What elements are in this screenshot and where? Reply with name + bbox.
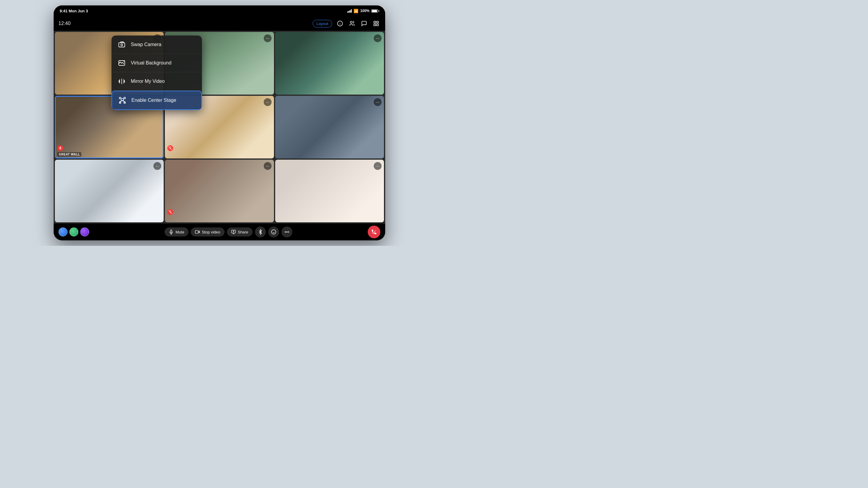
context-menu: Swap Camera Virtual Background [112,36,202,110]
share-button[interactable]: Share [227,227,253,236]
more-options-button[interactable] [281,227,292,237]
video-cell-3[interactable]: ··· [275,32,384,95]
device-frame: 9:41 Mon Jun 3 📶 100% 12:40 Layout [54,5,385,240]
menu-label-center-stage: Enable Center Stage [131,98,176,103]
reactions-button[interactable] [268,227,279,237]
svg-rect-7 [377,24,378,26]
toolbar-controls: Mute Stop video Share [164,227,292,237]
svg-point-23 [271,230,276,234]
muted-indicator-8 [167,209,173,215]
battery-icon [371,9,379,13]
bottom-toolbar: Mute Stop video Share [54,224,385,240]
video-grid: ··· ··· ··· GREAT WALL ··· ··· [54,31,385,224]
reactions-icon [271,229,276,235]
participant-name-4: GREAT WALL [57,152,82,157]
menu-label-swap-camera: Swap Camera [131,42,161,47]
svg-point-28 [288,232,289,232]
mirror-video-icon [118,77,126,86]
layout-button[interactable]: Layout [313,20,332,27]
menu-item-swap-camera[interactable]: Swap Camera [112,36,202,54]
mute-icon [169,230,174,234]
svg-marker-20 [198,231,200,233]
menu-label-virtual-background: Virtual Background [131,60,172,66]
menu-item-center-stage[interactable]: Enable Center Stage [112,91,202,110]
info-button[interactable] [336,19,344,28]
menu-item-mirror-video[interactable]: Mirror My Video [112,72,202,91]
app-icon-green[interactable] [69,227,79,236]
app-icon-purple[interactable] [80,227,89,236]
more-options-2[interactable]: ··· [264,34,272,42]
more-icon [284,229,290,235]
svg-point-11 [121,44,123,46]
end-call-icon [371,229,377,235]
stop-video-label: Stop video [202,230,220,234]
status-bar: 9:41 Mon Jun 3 📶 100% [54,5,385,16]
svg-rect-17 [124,97,125,99]
battery-percent: 100% [360,9,370,13]
more-options-9[interactable]: ··· [374,162,381,170]
meeting-time: 12:40 [59,21,70,26]
wifi-icon: 📶 [353,9,358,13]
svg-line-8 [169,147,172,150]
share-icon [231,230,236,234]
meeting-header: 12:40 Layout [54,16,385,31]
svg-rect-16 [119,97,121,99]
status-right: 📶 100% [347,9,379,13]
participants-button[interactable] [348,19,356,28]
bluetooth-button[interactable] [255,227,266,237]
video-cell-8[interactable]: ··· [165,160,274,222]
svg-rect-4 [374,22,376,23]
bluetooth-icon [258,229,263,235]
stop-video-icon [195,230,200,234]
svg-rect-21 [195,230,198,233]
svg-line-9 [169,210,172,214]
svg-point-3 [350,22,352,24]
toolbar-right [368,226,380,238]
muted-indicator-4 [57,145,63,151]
mute-button[interactable]: Mute [164,227,188,236]
svg-point-27 [286,232,287,232]
header-controls: Layout [313,19,380,28]
menu-label-mirror-video: Mirror My Video [131,78,165,84]
status-time: 9:41 Mon Jun 3 [60,9,88,13]
svg-rect-6 [374,24,376,26]
svg-point-26 [285,232,285,232]
video-cell-7[interactable]: ··· [55,160,164,222]
mute-label: Mute [176,230,184,234]
svg-rect-10 [119,43,125,47]
muted-indicator-5 [167,145,173,151]
video-cell-6[interactable]: ··· [275,96,384,158]
toolbar-app-icons [59,227,89,236]
share-label: Share [238,230,248,234]
center-stage-icon [118,96,127,104]
grid-button[interactable] [372,19,380,28]
chat-button[interactable] [360,19,368,28]
stop-video-button[interactable]: Stop video [191,227,224,236]
more-options-8[interactable]: ··· [264,162,272,170]
video-cell-9[interactable]: ··· [275,160,384,222]
more-options-5[interactable]: ··· [264,98,272,106]
more-options-6[interactable]: ··· [374,98,381,106]
swap-camera-icon [118,40,126,49]
virtual-background-icon [118,59,126,67]
svg-rect-5 [377,22,378,23]
end-call-button[interactable] [368,226,380,238]
menu-item-virtual-background[interactable]: Virtual Background [112,54,202,72]
more-options-3[interactable]: ··· [374,34,381,42]
signal-icon [347,9,352,13]
app-icon-blue[interactable] [59,227,67,236]
more-options-7[interactable]: ··· [153,162,161,170]
